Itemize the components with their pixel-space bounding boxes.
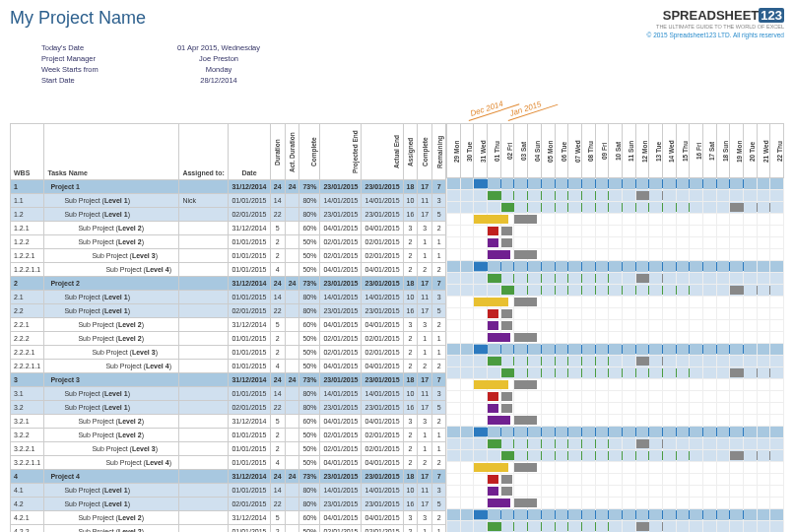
gantt-cell[interactable] bbox=[447, 332, 461, 344]
gantt-cell[interactable] bbox=[702, 202, 716, 214]
cell[interactable]: 02/01/2015 bbox=[320, 249, 362, 263]
task-row[interactable]: 1.2.1Sub Project (Level 2)31/12/2014560%… bbox=[11, 222, 446, 235]
cell[interactable]: 1.2.2 bbox=[11, 235, 44, 249]
cell[interactable]: 2 bbox=[270, 235, 285, 249]
gantt-cell[interactable] bbox=[676, 450, 690, 462]
cell[interactable]: 2 bbox=[432, 360, 446, 373]
gantt-cell[interactable] bbox=[555, 178, 568, 190]
gantt-cell[interactable] bbox=[649, 403, 663, 415]
gantt-cell[interactable] bbox=[595, 308, 609, 320]
gantt-cell[interactable] bbox=[595, 237, 609, 249]
cell[interactable] bbox=[285, 291, 299, 304]
gantt-cell[interactable] bbox=[770, 462, 784, 474]
gantt-cell[interactable] bbox=[555, 249, 568, 261]
gantt-cell[interactable] bbox=[635, 474, 649, 486]
gantt-cell[interactable] bbox=[635, 367, 649, 379]
gantt-cell[interactable] bbox=[770, 178, 784, 190]
day-header[interactable]: 29 Mon bbox=[447, 124, 461, 178]
gantt-cell[interactable] bbox=[488, 438, 501, 450]
cell[interactable]: 73% bbox=[299, 180, 320, 194]
cell[interactable] bbox=[285, 429, 299, 442]
gantt-cell[interactable] bbox=[488, 509, 501, 521]
cell[interactable]: 2.2 bbox=[11, 304, 44, 318]
gantt-cell[interactable] bbox=[635, 450, 649, 462]
gantt-cell[interactable] bbox=[690, 450, 703, 462]
gantt-cell[interactable] bbox=[622, 273, 635, 285]
gantt-cell[interactable] bbox=[622, 249, 635, 261]
gantt-cell[interactable] bbox=[474, 367, 488, 379]
gantt-cell[interactable] bbox=[581, 462, 595, 474]
gantt-cell[interactable] bbox=[595, 356, 609, 367]
gantt-cell[interactable] bbox=[514, 521, 528, 533]
gantt-cell[interactable] bbox=[568, 367, 582, 379]
cell[interactable]: 7 bbox=[432, 180, 446, 194]
gantt-cell[interactable] bbox=[500, 226, 514, 237]
gantt-cell[interactable] bbox=[676, 214, 690, 226]
task-row[interactable]: 1.2.2.1Sub Project (Level 3)01/01/201525… bbox=[11, 249, 446, 263]
gantt-cell[interactable] bbox=[488, 498, 501, 509]
gantt-cell[interactable] bbox=[730, 297, 744, 308]
gantt-cell[interactable] bbox=[622, 438, 635, 450]
gantt-cell[interactable] bbox=[500, 379, 514, 391]
cell[interactable]: 80% bbox=[299, 208, 320, 222]
gantt-cell[interactable] bbox=[702, 403, 716, 415]
cell[interactable]: 80% bbox=[299, 304, 320, 318]
cell[interactable]: 2 bbox=[11, 277, 44, 291]
gantt-cell[interactable] bbox=[757, 474, 770, 486]
gantt-cell[interactable] bbox=[568, 521, 582, 533]
gantt-cell[interactable] bbox=[757, 202, 770, 214]
cell[interactable]: 2 bbox=[418, 456, 432, 470]
cell[interactable]: Sub Project (Level 3) bbox=[44, 442, 179, 456]
gantt-cell[interactable] bbox=[581, 237, 595, 249]
cell[interactable]: 14 bbox=[270, 484, 285, 498]
gantt-cell[interactable] bbox=[690, 462, 703, 474]
gantt-cell[interactable] bbox=[702, 190, 716, 202]
gantt-cell[interactable] bbox=[595, 379, 609, 391]
gantt-cell[interactable] bbox=[514, 297, 528, 308]
cell[interactable]: 2 bbox=[432, 222, 446, 235]
gantt-cell[interactable] bbox=[568, 261, 582, 273]
gantt-cell[interactable] bbox=[528, 521, 542, 533]
gantt-cell[interactable] bbox=[514, 202, 528, 214]
gantt-cell[interactable] bbox=[488, 297, 501, 308]
cell[interactable]: 1 bbox=[432, 249, 446, 263]
gantt-cell[interactable] bbox=[555, 332, 568, 344]
cell[interactable]: 1.2.1 bbox=[11, 222, 44, 235]
gantt-cell[interactable] bbox=[757, 498, 770, 509]
cell[interactable]: 22 bbox=[270, 498, 285, 511]
gantt-cell[interactable] bbox=[581, 297, 595, 308]
gantt-cell[interactable] bbox=[568, 356, 582, 367]
day-header[interactable]: 15 Thu bbox=[676, 124, 690, 178]
gantt-cell[interactable] bbox=[581, 498, 595, 509]
day-header[interactable]: 02 Fri bbox=[500, 124, 514, 178]
cell[interactable]: 3 bbox=[432, 484, 446, 498]
gantt-cell[interactable] bbox=[488, 273, 501, 285]
gantt-cell[interactable] bbox=[568, 214, 582, 226]
cell[interactable]: 17 bbox=[418, 208, 432, 222]
gantt-cell[interactable] bbox=[447, 450, 461, 462]
gantt-cell[interactable] bbox=[743, 190, 757, 202]
cell[interactable]: 80% bbox=[299, 194, 320, 208]
gantt-cell[interactable] bbox=[514, 415, 528, 427]
task-row[interactable]: 2.2.2Sub Project (Level 2)01/01/2015250%… bbox=[11, 332, 446, 346]
gantt-cell[interactable] bbox=[716, 226, 730, 237]
gantt-cell[interactable] bbox=[460, 214, 474, 226]
gantt-cell[interactable] bbox=[488, 332, 501, 344]
gantt-cell[interactable] bbox=[488, 462, 501, 474]
cell[interactable]: Sub Project (Level 2) bbox=[44, 332, 179, 346]
gantt-cell[interactable] bbox=[649, 237, 663, 249]
gantt-cell[interactable] bbox=[676, 474, 690, 486]
cell[interactable]: 11 bbox=[418, 194, 432, 208]
gantt-cell[interactable] bbox=[568, 450, 582, 462]
gantt-cell[interactable] bbox=[690, 249, 703, 261]
gantt-cell[interactable] bbox=[730, 367, 744, 379]
gantt-cell[interactable] bbox=[488, 474, 501, 486]
gantt-cell[interactable] bbox=[702, 450, 716, 462]
gantt-cell[interactable] bbox=[460, 226, 474, 237]
task-row[interactable]: 3.2.2.1Sub Project (Level 3)01/01/201525… bbox=[11, 442, 446, 456]
gantt-cell[interactable] bbox=[676, 391, 690, 403]
gantt-cell[interactable] bbox=[757, 297, 770, 308]
gantt-cell[interactable] bbox=[541, 391, 555, 403]
gantt-cell[interactable] bbox=[702, 178, 716, 190]
cell[interactable]: Sub Project (Level 1) bbox=[44, 401, 179, 415]
